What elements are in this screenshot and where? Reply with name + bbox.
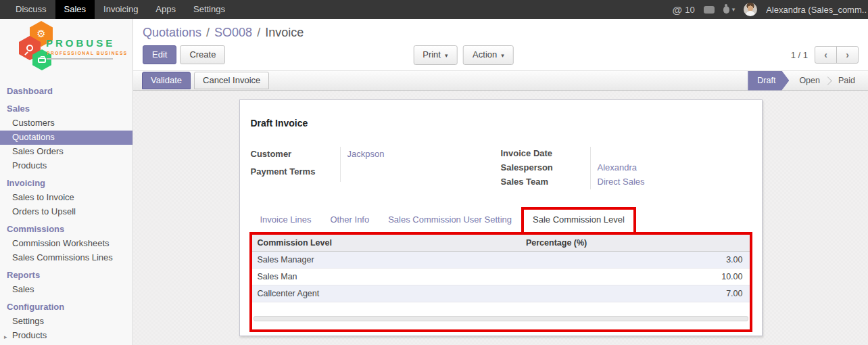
tab-sales-commission-user-setting[interactable]: Sales Commission User Setting (379, 207, 521, 232)
menu-discuss[interactable]: Discuss (7, 0, 55, 19)
edit-button[interactable]: Edit (143, 45, 176, 64)
sidebar-item-config-products[interactable]: Products (0, 329, 132, 343)
tab-invoice-lines[interactable]: Invoice Lines (251, 207, 321, 232)
sidebar-header-invoicing[interactable]: Invoicing (0, 176, 132, 191)
tab-bar: Invoice Lines Other Info Sales Commissio… (240, 207, 762, 232)
tagline-rule (47, 58, 113, 60)
pager-buttons (815, 46, 859, 64)
cell-percentage[interactable]: 10.00 (521, 268, 750, 285)
validate-button[interactable]: Validate (142, 72, 191, 89)
sales-team-label: Sales Team (501, 175, 590, 189)
sidebar-item-sales-commissions-lines[interactable]: Sales Commissions Lines (0, 251, 132, 265)
mention-count: 10 (685, 5, 694, 15)
horizontal-scrollbar[interactable] (254, 316, 748, 321)
top-menu: Discuss Sales Invoicing Apps Settings (0, 0, 234, 19)
bug-icon (723, 6, 729, 14)
menu-apps[interactable]: Apps (147, 0, 185, 19)
action-label: Action (473, 49, 497, 60)
invoice-title: Draft Invoice (251, 118, 751, 129)
pager: 1 / 1 (791, 46, 859, 64)
sidebar-item-customers[interactable]: Customers (0, 116, 132, 131)
sidebar-header-sales[interactable]: Sales (0, 101, 132, 116)
invoice-form-sheet: Draft Invoice Customer Jackpson Payment … (239, 99, 763, 336)
cancel-invoice-button[interactable]: Cancel Invoice (194, 72, 269, 89)
user-menu[interactable]: Alexandra (Sales_comm.. (766, 5, 867, 15)
notebook: Invoice Lines Other Info Sales Commissio… (240, 207, 762, 332)
breadcrumb-separator: / (257, 26, 260, 40)
messages-icon[interactable] (704, 6, 715, 14)
action-dropdown-button[interactable]: Action (463, 45, 514, 65)
sidebar-item-settings[interactable]: Settings (0, 315, 132, 329)
expand-arrow-icon[interactable] (4, 331, 7, 342)
menu-settings[interactable]: Settings (185, 0, 234, 19)
tab-sale-commission-level[interactable]: Sale Commission Level (521, 207, 636, 232)
pager-previous-button[interactable] (815, 46, 837, 64)
mentions-counter[interactable]: @ 10 (673, 4, 695, 16)
main-area: Quotations / SO008 / Invoice Edit Create… (133, 19, 868, 345)
sidebar-item-products[interactable]: Products (0, 159, 132, 173)
salesperson-value[interactable]: Alexandra (590, 161, 751, 175)
field-group-left: Customer Jackpson Payment Terms (251, 147, 491, 189)
list-bottom-padding (252, 321, 750, 329)
customer-value[interactable]: Jackpson (340, 147, 491, 164)
salesperson-label: Salesperson (501, 161, 590, 175)
cell-commission-level[interactable]: Callcenter Agent (252, 285, 521, 302)
cell-commission-level[interactable]: Sales Manager (252, 251, 521, 268)
table-row[interactable]: Callcenter Agent 7.00 (252, 285, 750, 302)
print-dropdown-button[interactable]: Print (413, 45, 457, 65)
payment-terms-value[interactable] (340, 164, 491, 182)
control-panel-buttons: Edit Create Print Action 1 / 1 (133, 41, 868, 70)
cell-percentage[interactable]: 3.00 (521, 251, 750, 268)
brand-name: PROBUSE (46, 37, 115, 49)
tab-other-info[interactable]: Other Info (320, 207, 379, 232)
empty-list-space (252, 302, 750, 316)
debug-menu[interactable] (723, 6, 736, 14)
invoice-date-value[interactable] (590, 147, 751, 161)
customer-label: Customer (251, 147, 340, 164)
caret-down-icon (501, 52, 504, 59)
probuse-logo: PROBUSE PROFESSIONAL BUSINESS (0, 19, 132, 81)
table-row[interactable]: Sales Manager 3.00 (252, 251, 750, 268)
field-group-right: Invoice Date Salesperson Alexandra Sales… (501, 147, 751, 189)
brand-tagline: PROFESSIONAL BUSINESS (47, 51, 128, 55)
invoice-date-label: Invoice Date (501, 147, 590, 161)
magnifier-icon (26, 45, 33, 51)
breadcrumb-current: Invoice (265, 26, 304, 40)
cell-percentage[interactable]: 7.00 (521, 285, 750, 302)
sidebar-header-reports[interactable]: Reports (0, 268, 132, 283)
sidebar-item-orders-to-upsell[interactable]: Orders to Upsell (0, 205, 132, 219)
sidebar-header-dashboard[interactable]: Dashboard (0, 84, 132, 99)
user-avatar[interactable] (744, 3, 757, 16)
column-header-percentage[interactable]: Percentage (%) (521, 235, 750, 251)
sidebar-item-sales-to-invoice[interactable]: Sales to Invoice (0, 191, 132, 205)
sidebar-item-commission-worksheets[interactable]: Commission Worksheets (0, 237, 132, 251)
column-header-commission-level[interactable]: Commission Level (252, 235, 521, 251)
breadcrumb: Quotations / SO008 / Invoice (133, 19, 868, 41)
status-steps: Draft Open Paid (748, 71, 865, 91)
briefcase-icon (38, 58, 46, 63)
commission-level-table: Commission Level Percentage (%) Sales Ma… (252, 235, 750, 302)
caret-down-icon (732, 6, 736, 13)
top-navbar: Discuss Sales Invoicing Apps Settings @ … (0, 0, 868, 19)
sidebar-header-commissions[interactable]: Commissions (0, 222, 132, 237)
pager-value: 1 / 1 (791, 50, 808, 60)
menu-sales[interactable]: Sales (55, 0, 95, 19)
cell-commission-level[interactable]: Sales Man (252, 268, 521, 285)
breadcrumb-so008[interactable]: SO008 (214, 26, 252, 40)
print-label: Print (423, 49, 441, 60)
sidebar: PROBUSE PROFESSIONAL BUSINESS Dashboard … (0, 19, 133, 345)
table-row[interactable]: Sales Man 10.00 (252, 268, 750, 285)
sidebar-item-sales-orders[interactable]: Sales Orders (0, 145, 132, 159)
breadcrumb-quotations[interactable]: Quotations (143, 26, 201, 40)
sidebar-item-quotations[interactable]: Quotations (0, 131, 132, 145)
caret-down-icon (445, 52, 448, 59)
status-paid[interactable]: Paid (828, 71, 865, 91)
menu-invoicing[interactable]: Invoicing (95, 0, 147, 19)
pager-next-button[interactable] (836, 46, 859, 64)
sidebar-header-configuration[interactable]: Configuration (0, 300, 132, 315)
sidebar-item-sales-report[interactable]: Sales (0, 283, 132, 297)
create-button[interactable]: Create (180, 45, 225, 64)
payment-terms-label: Payment Terms (251, 164, 340, 182)
status-draft: Draft (748, 71, 789, 91)
sales-team-value[interactable]: Direct Sales (590, 175, 751, 189)
